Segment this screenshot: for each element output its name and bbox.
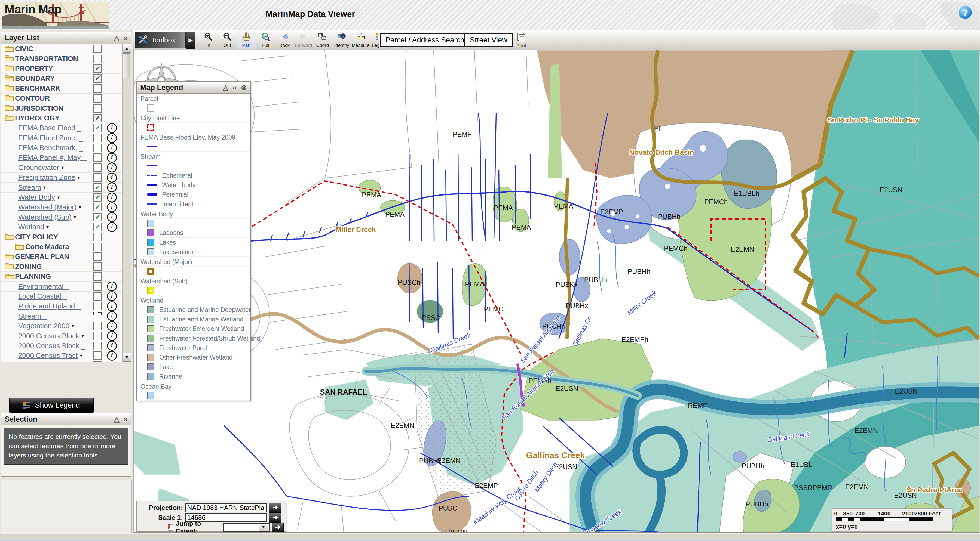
folder-icon[interactable]: [4, 113, 15, 123]
layer-folder-label[interactable]: CIVIC: [15, 44, 33, 53]
layer-checkbox[interactable]: [93, 44, 102, 53]
collapse-icon[interactable]: △: [114, 415, 119, 424]
layer-link[interactable]: Groundwater: [18, 163, 59, 172]
scroll-up-icon[interactable]: ▲: [123, 44, 131, 53]
layer-link[interactable]: Water Body: [18, 193, 55, 201]
folder-icon[interactable]: [4, 74, 15, 83]
chevron-down-icon[interactable]: ▾: [79, 204, 81, 210]
toolbox-button[interactable]: Toolbox: [135, 32, 186, 48]
info-icon[interactable]: i: [107, 341, 117, 351]
parcel-address-search-button[interactable]: Parcel / Address Search: [380, 33, 470, 47]
layer-link[interactable]: 2000 Census Tract: [18, 351, 78, 360]
folder-icon[interactable]: [4, 84, 15, 93]
layer-checkbox[interactable]: [93, 272, 102, 281]
layer-link[interactable]: Environmental _: [18, 282, 69, 291]
layer-checkbox[interactable]: [93, 252, 102, 261]
help-button[interactable]: ?: [959, 6, 972, 19]
chevron-down-icon[interactable]: ▼: [259, 523, 268, 531]
scroll-down-icon[interactable]: ▼: [123, 353, 131, 362]
layer-folder-label[interactable]: JURISDICTION: [15, 104, 63, 113]
info-icon[interactable]: i: [107, 173, 117, 182]
layer-checkbox[interactable]: [93, 351, 102, 360]
layer-link[interactable]: Precipitation Zone: [18, 173, 75, 182]
layer-link[interactable]: Watershed (Sub): [18, 213, 72, 221]
layer-link[interactable]: Local Coastal _: [18, 292, 67, 301]
projection-select[interactable]: NAD 1983 HARN StatePlane ▼: [185, 503, 267, 512]
info-icon[interactable]: i: [107, 281, 117, 291]
chevron-down-icon[interactable]: ▾: [72, 323, 74, 329]
layer-checkbox[interactable]: ✔: [93, 223, 102, 231]
measure-tool[interactable]: ←?→Measure: [351, 31, 370, 49]
info-icon[interactable]: i: [107, 123, 117, 133]
collapse-icon[interactable]: △: [114, 34, 119, 42]
jump-extent-select[interactable]: ▼: [223, 523, 270, 532]
folder-icon[interactable]: [4, 94, 15, 103]
info-icon[interactable]: i: [107, 202, 117, 212]
info-icon[interactable]: i: [107, 351, 117, 361]
layer-folder-label[interactable]: BENCHMARK: [15, 84, 60, 93]
map-canvas[interactable]: PEMFPfNovato Ditch BasinSn Pedro Pt - Sn…: [134, 50, 979, 533]
layer-checkbox[interactable]: [93, 94, 102, 103]
dock-icon[interactable]: «: [233, 84, 237, 92]
layer-link[interactable]: Stream _: [18, 312, 47, 320]
layer-checkbox[interactable]: [93, 282, 102, 291]
identify-tool[interactable]: iIdentify: [332, 31, 351, 49]
layer-folder-label[interactable]: BOUNDARY: [15, 74, 54, 82]
layer-link[interactable]: Watershed (Major): [18, 203, 76, 211]
chevron-down-icon[interactable]: ▾: [46, 224, 49, 230]
layer-folder-label[interactable]: CONTOUR: [15, 94, 49, 103]
folder-icon[interactable]: [4, 361, 15, 362]
in-tool[interactable]: In: [199, 31, 218, 49]
layer-link[interactable]: FEMA Base Flood _: [18, 124, 81, 132]
info-icon[interactable]: i: [107, 143, 117, 153]
layer-checkbox[interactable]: [93, 312, 102, 320]
layer-checkbox[interactable]: [93, 134, 102, 142]
chevron-down-icon[interactable]: ▾: [61, 165, 64, 171]
full-tool[interactable]: Full: [256, 31, 275, 49]
collapse-icon[interactable]: △: [223, 84, 228, 92]
layer-link[interactable]: Vegetation 2000: [18, 322, 69, 330]
layer-checkbox[interactable]: ✔: [93, 213, 102, 221]
layer-link[interactable]: Ridge and Upland _: [18, 302, 81, 310]
layer-checkbox[interactable]: [93, 233, 102, 241]
layer-checkbox[interactable]: [93, 342, 102, 350]
folder-icon[interactable]: [4, 64, 15, 73]
folder-icon[interactable]: [4, 252, 15, 262]
layer-link[interactable]: 2000 Census Block: [18, 332, 79, 340]
map-viewport[interactable]: PEMFPfNovato Ditch BasinSn Pedro Pt - Sn…: [134, 50, 979, 533]
info-icon[interactable]: i: [107, 153, 117, 163]
folder-icon[interactable]: [4, 104, 15, 113]
layer-checkbox[interactable]: [93, 332, 102, 340]
chevron-down-icon[interactable]: ▾: [43, 184, 46, 190]
chevron-down-icon[interactable]: ▾: [57, 195, 60, 200]
info-icon[interactable]: i: [107, 182, 117, 192]
double-chevron-icon[interactable]: »: [124, 415, 128, 424]
layer-checkbox[interactable]: [93, 163, 102, 172]
info-icon[interactable]: i: [107, 212, 117, 222]
toolbox-expand-icon[interactable]: ▶: [186, 32, 195, 49]
show-legend-button[interactable]: Show Legend: [9, 398, 94, 413]
pan-tool[interactable]: Pan: [237, 31, 256, 49]
out-tool[interactable]: Out: [218, 31, 237, 49]
info-icon[interactable]: i: [107, 301, 117, 311]
layer-folder-label[interactable]: HYDROLOGY: [15, 114, 59, 122]
jump-extent-button[interactable]: ➔: [272, 522, 284, 532]
layer-list-scrollbar[interactable]: ▲ ▼: [123, 44, 131, 362]
layer-link[interactable]: Wetland: [18, 223, 44, 231]
chevron-down-icon[interactable]: ▾: [81, 333, 84, 339]
layer-checkbox[interactable]: ✔: [93, 183, 102, 192]
info-icon[interactable]: i: [107, 321, 117, 331]
folder-icon[interactable]: [4, 232, 15, 241]
info-icon[interactable]: i: [107, 193, 117, 202]
layer-checkbox[interactable]: ✔: [93, 65, 102, 73]
layer-checkbox[interactable]: ✔: [93, 74, 102, 82]
layer-folder-label[interactable]: CITY POLICY: [15, 233, 58, 241]
layer-checkbox[interactable]: ✔: [93, 193, 102, 201]
info-icon[interactable]: i: [107, 331, 117, 341]
layer-folder-label[interactable]: PROPERTY: [15, 65, 53, 73]
close-icon[interactable]: ⊗: [241, 84, 247, 92]
chevron-down-icon[interactable]: ▾: [78, 175, 80, 181]
print-tool[interactable]: Print: [512, 31, 531, 49]
layer-checkbox[interactable]: [93, 55, 102, 63]
layer-folder-label[interactable]: ZONING: [15, 262, 41, 271]
